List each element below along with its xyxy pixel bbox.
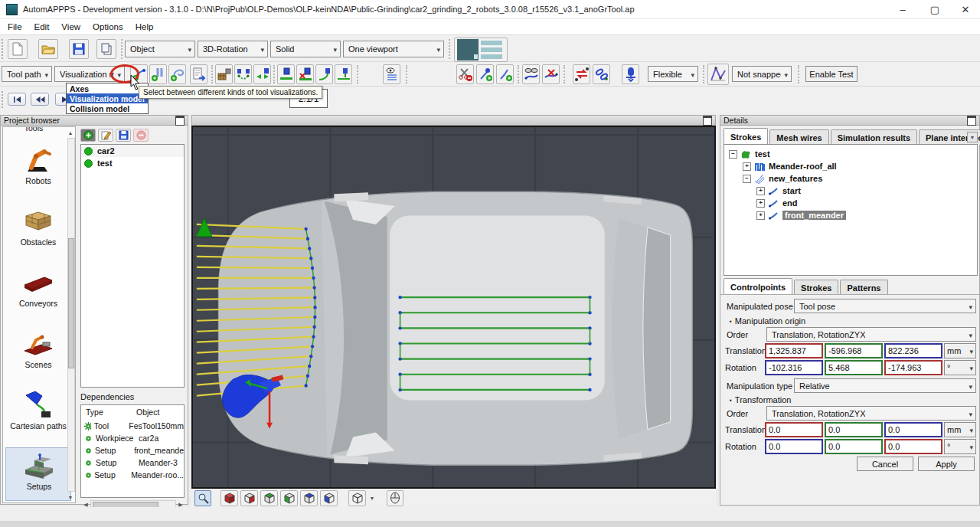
tab-mesh-wires[interactable]: Mesh wires — [769, 129, 828, 145]
tool-delete-button[interactable] — [296, 64, 314, 84]
tab-simulation-results[interactable]: Simulation results — [831, 129, 917, 145]
manipulated-pose-combo[interactable]: Tool pose — [794, 299, 976, 313]
menu-view[interactable]: View — [57, 21, 88, 33]
tree-node-test[interactable]: − test — [729, 148, 770, 160]
object-mode-combo[interactable]: Object — [125, 41, 195, 57]
enable-test-button[interactable]: Enable Test — [805, 66, 858, 82]
viewport-preview-button[interactable] — [454, 38, 508, 62]
tree-node-start[interactable]: + start — [756, 185, 801, 197]
tree-node-new-features[interactable]: − new_features — [743, 172, 822, 185]
save-object-button[interactable] — [116, 129, 131, 142]
tab-strokes-sub[interactable]: Strokes — [794, 280, 838, 295]
translation-y-field[interactable]: -596.968 — [825, 343, 883, 358]
tree-node-end[interactable]: + end — [756, 197, 798, 209]
tool-arrows-button[interactable] — [253, 64, 271, 84]
object-row-car2[interactable]: car2 — [81, 145, 184, 157]
category-conveyors[interactable]: Conveyors — [8, 267, 69, 308]
maximize-panel-icon[interactable] — [967, 116, 976, 126]
maximize-button[interactable]: ▢ — [919, 0, 951, 19]
tool-pair-button[interactable] — [234, 64, 252, 84]
category-obstacles[interactable]: Obstacles — [8, 205, 69, 247]
dependency-row[interactable]: Setup Meander-roo... — [81, 469, 184, 481]
transformation-section[interactable]: ▪ Transformation — [730, 395, 791, 404]
stroke-visibility-button[interactable] — [383, 64, 400, 84]
tree-expander[interactable]: + — [756, 199, 765, 208]
add-parallel-strokes-button[interactable] — [149, 64, 167, 84]
order1-combo[interactable]: Translation, RotationZYX — [766, 327, 976, 342]
delete-path-point-button[interactable] — [542, 64, 560, 84]
view-front-button[interactable] — [220, 490, 238, 506]
category-scrollbar[interactable] — [67, 138, 75, 492]
tree-node-meander-roof-all[interactable]: + Meander-roof_all — [743, 160, 837, 172]
view-iso-button[interactable] — [348, 490, 366, 506]
tab-patterns[interactable]: Patterns — [840, 280, 887, 295]
category-tools[interactable]: Tools — [3, 127, 64, 134]
scroll-down-icon[interactable]: ▼ — [66, 493, 75, 502]
tree-expander[interactable]: + — [756, 211, 765, 220]
cut-stroke-button[interactable] — [456, 64, 474, 84]
order2-combo[interactable]: Translation, RotationZYX — [766, 406, 976, 421]
tab-controlpoints[interactable]: Controlpoints — [724, 278, 792, 295]
dependency-row[interactable]: Setup Meander-3 — [81, 457, 184, 469]
cancel-button[interactable]: Cancel — [857, 457, 913, 471]
view-back-button[interactable] — [240, 490, 258, 506]
export-strokes-button[interactable] — [190, 64, 207, 84]
translation-x-field[interactable]: 1,325.837 — [765, 343, 823, 358]
zoom-region-button[interactable] — [194, 490, 211, 506]
translation2-z-field[interactable]: 0.0 — [884, 422, 942, 437]
new-file-button[interactable] — [8, 39, 28, 59]
tree-expander[interactable]: + — [756, 187, 765, 195]
spline-snap-button[interactable] — [707, 64, 729, 85]
tab-strokes[interactable]: Strokes — [724, 128, 768, 145]
tree-expander[interactable]: − — [743, 175, 751, 183]
tree-node-front-meander[interactable]: + front_meander — [756, 209, 846, 221]
snap-mode-combo[interactable]: Not snapped — [732, 66, 792, 82]
category-robots[interactable]: Robots — [8, 144, 69, 185]
grinder-tool-button[interactable] — [622, 64, 639, 84]
view-path-button[interactable] — [522, 64, 540, 84]
category-setups-selected[interactable]: Setups — [5, 447, 71, 501]
translation2-x-field[interactable]: 0.0 — [765, 422, 823, 437]
category-scenes[interactable]: Scenes — [8, 328, 69, 369]
dependency-row[interactable]: Tool FesTool150mm — [81, 420, 184, 432]
reverse-direction-button[interactable] — [573, 64, 590, 84]
rotation2-z-field[interactable]: 0.0 — [765, 439, 823, 454]
translation2-y-field[interactable]: 0.0 — [825, 422, 883, 437]
skip-start-button[interactable] — [8, 93, 26, 106]
menu-edit[interactable]: Edit — [30, 21, 57, 33]
translation2-unit-combo[interactable]: mm — [944, 422, 976, 437]
category-setups[interactable]: Setups — [8, 450, 70, 491]
add-spiral-stroke-button[interactable] — [168, 64, 186, 84]
minimize-button[interactable]: – — [887, 0, 919, 19]
view-left-button[interactable] — [260, 490, 278, 506]
apply-button[interactable]: Apply — [918, 457, 975, 471]
translation-z-field[interactable]: 822.236 — [884, 343, 942, 358]
tree-expander[interactable]: + — [743, 162, 751, 171]
dropdown-item-visualization-model[interactable]: Visualization model — [67, 93, 148, 103]
dropdown-item-collision-model[interactable]: Collision model — [67, 103, 148, 113]
menu-file[interactable]: File — [3, 21, 30, 33]
dependency-row[interactable]: Setup front_meande — [81, 444, 184, 457]
object-row-test[interactable]: test — [81, 157, 184, 169]
tool-path-combo[interactable]: Tool path — [2, 66, 52, 82]
category-cartesian-paths[interactable]: Cartesian paths — [8, 389, 69, 430]
rotation-x-field[interactable]: -174.963 — [884, 360, 942, 375]
tree-expander[interactable]: − — [729, 150, 737, 159]
view-top-button[interactable] — [300, 490, 318, 506]
rotation2-unit-combo[interactable]: ° — [944, 439, 976, 454]
remove-object-button[interactable] — [133, 129, 149, 142]
translation-unit-combo[interactable]: mm — [944, 343, 976, 358]
view-dropdown-icon[interactable]: ▼ — [368, 491, 376, 506]
tool-curve2-button[interactable] — [335, 64, 352, 84]
add-point-end-button[interactable] — [476, 64, 494, 84]
link-points-button[interactable] — [593, 64, 610, 84]
tabs-overflow-icon[interactable]: ▼ — [967, 132, 978, 142]
viewport-3d[interactable] — [191, 126, 716, 489]
dependency-row[interactable]: Workpiece car2a — [81, 432, 184, 444]
close-button[interactable]: ✕ — [949, 0, 980, 19]
menu-help[interactable]: Help — [131, 21, 162, 33]
rotation-z-field[interactable]: -102.316 — [765, 360, 823, 375]
render-mode-combo[interactable]: Solid — [270, 41, 341, 57]
rotation2-y-field[interactable]: 0.0 — [825, 439, 883, 454]
view-right-button[interactable] — [280, 490, 298, 506]
